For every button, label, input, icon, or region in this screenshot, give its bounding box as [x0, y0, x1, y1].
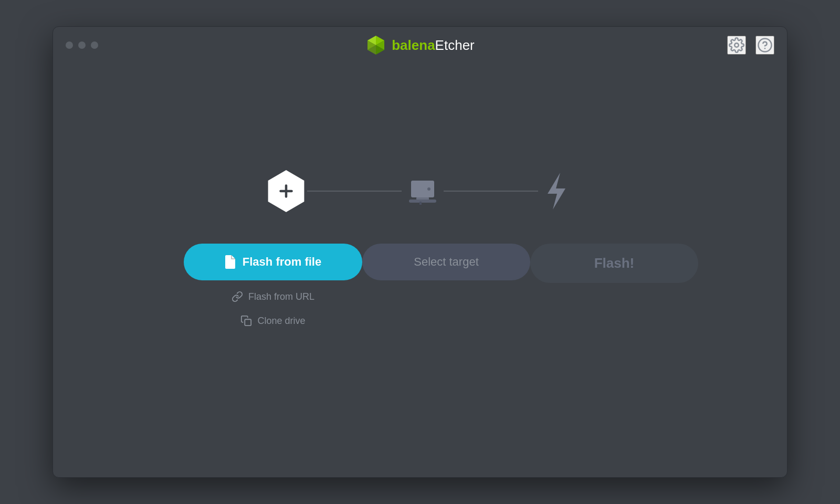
hexagon-add-icon[interactable]: [265, 170, 307, 212]
file-icon: [225, 255, 236, 269]
settings-button[interactable]: [727, 36, 746, 55]
window-controls: [66, 41, 98, 49]
svg-rect-12: [411, 181, 434, 197]
logo-text: balenaEtcher: [392, 37, 475, 54]
step-source-icon: [265, 170, 307, 212]
svg-point-16: [427, 187, 430, 191]
drive-icon: [402, 170, 444, 212]
step-connector-1: [307, 191, 402, 192]
steps-row: [184, 170, 656, 212]
step-target-icon: [402, 170, 444, 212]
link-icon: [232, 291, 243, 302]
flash-from-url-button[interactable]: Flash from URL: [232, 289, 314, 304]
header-actions: [727, 36, 774, 55]
help-button[interactable]: [755, 36, 774, 55]
main-content: Flash from file Flash from URL Clone dri…: [53, 64, 787, 477]
window-close-btn[interactable]: [66, 41, 73, 49]
logo: balenaEtcher: [365, 35, 475, 56]
col-flash-action: Flash!: [530, 244, 698, 283]
svg-rect-15: [419, 202, 422, 205]
step-connector-2: [444, 191, 538, 192]
col-select-target: Select target: [362, 244, 530, 280]
svg-rect-14: [409, 200, 436, 203]
flash-from-file-button[interactable]: Flash from file: [184, 244, 362, 280]
app-window: balenaEtcher: [52, 26, 788, 478]
clone-drive-button[interactable]: Clone drive: [240, 313, 305, 329]
flash-action-button[interactable]: Flash!: [530, 244, 698, 283]
logo-icon: [365, 35, 386, 56]
step-flash-icon: [538, 170, 575, 212]
svg-marker-17: [548, 173, 565, 209]
window-minimize-btn[interactable]: [78, 41, 86, 49]
bolt-icon: [538, 170, 575, 212]
action-buttons-row: Flash from file Flash from URL Clone dri…: [184, 244, 656, 329]
svg-point-7: [734, 43, 739, 47]
select-target-button[interactable]: Select target: [362, 244, 530, 280]
window-maximize-btn[interactable]: [91, 41, 98, 49]
col-flash-file: Flash from file Flash from URL Clone dri…: [184, 244, 362, 329]
svg-rect-18: [245, 319, 251, 326]
copy-icon: [240, 315, 252, 327]
title-bar: balenaEtcher: [53, 27, 787, 64]
